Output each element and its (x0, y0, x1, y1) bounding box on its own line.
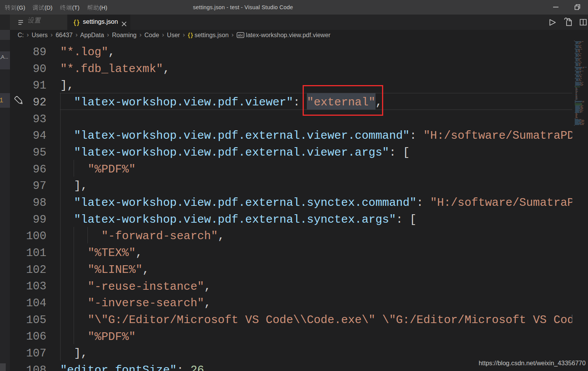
svg-text:abc: abc (237, 33, 243, 37)
